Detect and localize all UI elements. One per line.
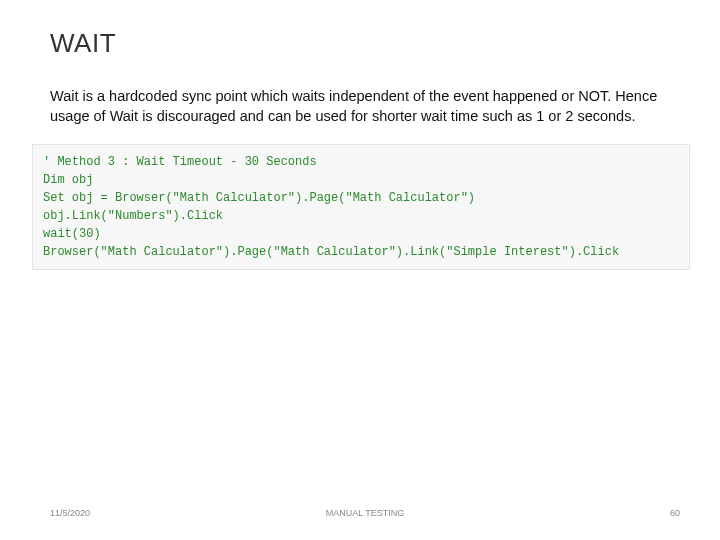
footer-page: 60: [670, 508, 680, 518]
body-text: Wait is a hardcoded sync point which wai…: [50, 87, 680, 126]
footer: 11/5/2020 MANUAL TESTING 60: [50, 508, 680, 518]
slide: WAIT Wait is a hardcoded sync point whic…: [0, 0, 720, 540]
code-block: ' Method 3 : Wait Timeout - 30 Seconds D…: [32, 144, 690, 270]
footer-center: MANUAL TESTING: [326, 508, 405, 518]
footer-date: 11/5/2020: [50, 508, 90, 518]
slide-title: WAIT: [50, 28, 680, 59]
